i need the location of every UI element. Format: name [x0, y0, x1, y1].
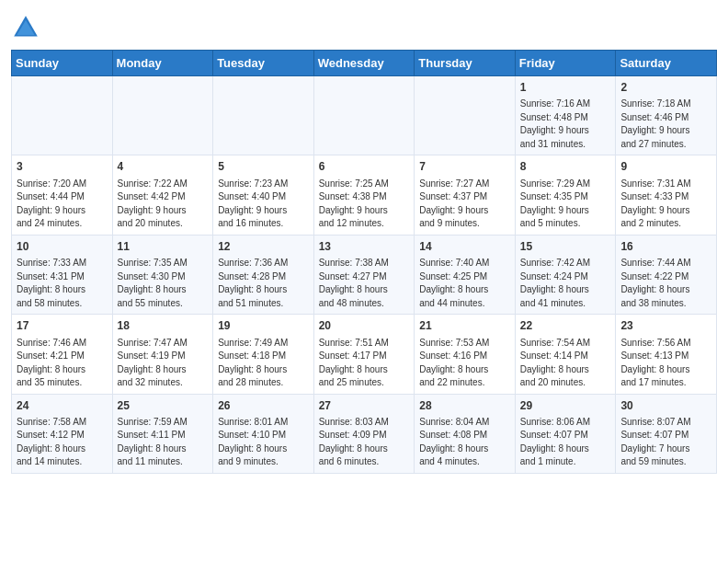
calendar-cell: 14Sunrise: 7:40 AM Sunset: 4:25 PM Dayli…	[415, 235, 516, 314]
day-info: Sunrise: 7:22 AM Sunset: 4:42 PM Dayligh…	[118, 178, 209, 231]
day-info: Sunrise: 8:07 AM Sunset: 4:07 PM Dayligh…	[620, 416, 711, 469]
weekday-header: Wednesday	[313, 51, 415, 76]
day-number: 25	[118, 398, 209, 414]
weekday-header: Sunday	[12, 51, 113, 76]
day-info: Sunrise: 7:20 AM Sunset: 4:44 PM Dayligh…	[17, 178, 108, 231]
day-info: Sunrise: 7:16 AM Sunset: 4:48 PM Dayligh…	[520, 98, 611, 151]
day-info: Sunrise: 8:06 AM Sunset: 4:07 PM Dayligh…	[520, 416, 611, 469]
day-info: Sunrise: 8:01 AM Sunset: 4:10 PM Dayligh…	[218, 416, 309, 469]
calendar-week-row: 10Sunrise: 7:33 AM Sunset: 4:31 PM Dayli…	[12, 235, 717, 314]
logo-icon	[11, 13, 40, 42]
calendar-cell: 28Sunrise: 8:04 AM Sunset: 4:08 PM Dayli…	[415, 394, 516, 473]
day-info: Sunrise: 7:47 AM Sunset: 4:19 PM Dayligh…	[118, 337, 209, 390]
day-info: Sunrise: 7:56 AM Sunset: 4:13 PM Dayligh…	[620, 337, 711, 390]
calendar-cell: 9Sunrise: 7:31 AM Sunset: 4:33 PM Daylig…	[616, 155, 717, 235]
calendar-cell: 17Sunrise: 7:46 AM Sunset: 4:21 PM Dayli…	[12, 315, 113, 394]
day-info: Sunrise: 7:25 AM Sunset: 4:38 PM Dayligh…	[319, 178, 410, 231]
calendar-cell: 16Sunrise: 7:44 AM Sunset: 4:22 PM Dayli…	[616, 235, 717, 314]
day-number: 16	[620, 239, 711, 255]
day-info: Sunrise: 7:59 AM Sunset: 4:11 PM Dayligh…	[118, 416, 209, 469]
day-info: Sunrise: 8:03 AM Sunset: 4:09 PM Dayligh…	[319, 416, 410, 469]
calendar-cell: 22Sunrise: 7:54 AM Sunset: 4:14 PM Dayli…	[515, 315, 616, 394]
calendar-cell: 19Sunrise: 7:49 AM Sunset: 4:18 PM Dayli…	[213, 315, 314, 394]
day-number: 5	[218, 159, 309, 175]
calendar-cell: 7Sunrise: 7:27 AM Sunset: 4:37 PM Daylig…	[415, 155, 516, 235]
calendar-week-row: 3Sunrise: 7:20 AM Sunset: 4:44 PM Daylig…	[12, 155, 717, 235]
day-info: Sunrise: 7:29 AM Sunset: 4:35 PM Dayligh…	[520, 178, 611, 231]
day-number: 3	[17, 159, 108, 175]
calendar-cell	[415, 76, 516, 155]
calendar-cell: 18Sunrise: 7:47 AM Sunset: 4:19 PM Dayli…	[112, 315, 213, 394]
page-header	[11, 9, 717, 42]
day-info: Sunrise: 7:31 AM Sunset: 4:33 PM Dayligh…	[620, 178, 711, 231]
day-number: 1	[520, 80, 611, 96]
calendar-cell	[213, 76, 314, 155]
weekday-header: Tuesday	[213, 51, 314, 76]
day-number: 20	[319, 318, 410, 334]
day-number: 11	[118, 239, 209, 255]
day-info: Sunrise: 7:46 AM Sunset: 4:21 PM Dayligh…	[17, 337, 108, 390]
calendar-cell: 5Sunrise: 7:23 AM Sunset: 4:40 PM Daylig…	[213, 155, 314, 235]
calendar-cell	[112, 76, 213, 155]
logo	[11, 13, 44, 42]
calendar-week-row: 1Sunrise: 7:16 AM Sunset: 4:48 PM Daylig…	[12, 76, 717, 155]
calendar-cell: 24Sunrise: 7:58 AM Sunset: 4:12 PM Dayli…	[12, 394, 113, 473]
day-number: 27	[319, 398, 410, 414]
day-info: Sunrise: 7:27 AM Sunset: 4:37 PM Dayligh…	[419, 178, 510, 231]
day-info: Sunrise: 7:53 AM Sunset: 4:16 PM Dayligh…	[419, 337, 510, 390]
day-number: 28	[419, 398, 510, 414]
page-container: SundayMondayTuesdayWednesdayThursdayFrid…	[0, 0, 728, 483]
day-number: 13	[319, 239, 410, 255]
day-info: Sunrise: 7:42 AM Sunset: 4:24 PM Dayligh…	[520, 257, 611, 310]
calendar-table: SundayMondayTuesdayWednesdayThursdayFrid…	[11, 50, 717, 474]
weekday-header: Friday	[515, 51, 616, 76]
calendar-header: SundayMondayTuesdayWednesdayThursdayFrid…	[12, 51, 717, 76]
day-info: Sunrise: 7:38 AM Sunset: 4:27 PM Dayligh…	[319, 257, 410, 310]
day-number: 6	[319, 159, 410, 175]
calendar-cell: 25Sunrise: 7:59 AM Sunset: 4:11 PM Dayli…	[112, 394, 213, 473]
calendar-cell: 10Sunrise: 7:33 AM Sunset: 4:31 PM Dayli…	[12, 235, 113, 314]
day-number: 17	[17, 318, 108, 334]
day-number: 24	[17, 398, 108, 414]
day-number: 29	[520, 398, 611, 414]
calendar-cell	[12, 76, 113, 155]
calendar-body: 1Sunrise: 7:16 AM Sunset: 4:48 PM Daylig…	[12, 76, 717, 474]
calendar-cell: 4Sunrise: 7:22 AM Sunset: 4:42 PM Daylig…	[112, 155, 213, 235]
day-number: 23	[620, 318, 711, 334]
weekday-header: Monday	[112, 51, 213, 76]
calendar-cell: 3Sunrise: 7:20 AM Sunset: 4:44 PM Daylig…	[12, 155, 113, 235]
day-number: 18	[118, 318, 209, 334]
calendar-cell: 29Sunrise: 8:06 AM Sunset: 4:07 PM Dayli…	[515, 394, 616, 473]
calendar-cell: 2Sunrise: 7:18 AM Sunset: 4:46 PM Daylig…	[616, 76, 717, 155]
day-number: 21	[419, 318, 510, 334]
day-info: Sunrise: 7:51 AM Sunset: 4:17 PM Dayligh…	[319, 337, 410, 390]
day-info: Sunrise: 7:44 AM Sunset: 4:22 PM Dayligh…	[620, 257, 711, 310]
calendar-cell: 11Sunrise: 7:35 AM Sunset: 4:30 PM Dayli…	[112, 235, 213, 314]
calendar-cell: 8Sunrise: 7:29 AM Sunset: 4:35 PM Daylig…	[515, 155, 616, 235]
day-info: Sunrise: 7:35 AM Sunset: 4:30 PM Dayligh…	[118, 257, 209, 310]
day-number: 22	[520, 318, 611, 334]
day-number: 2	[620, 80, 711, 96]
day-info: Sunrise: 7:54 AM Sunset: 4:14 PM Dayligh…	[520, 337, 611, 390]
calendar-cell: 1Sunrise: 7:16 AM Sunset: 4:48 PM Daylig…	[515, 76, 616, 155]
day-info: Sunrise: 7:23 AM Sunset: 4:40 PM Dayligh…	[218, 178, 309, 231]
weekday-header: Thursday	[415, 51, 516, 76]
day-number: 10	[17, 239, 108, 255]
day-info: Sunrise: 7:49 AM Sunset: 4:18 PM Dayligh…	[218, 337, 309, 390]
calendar-cell: 6Sunrise: 7:25 AM Sunset: 4:38 PM Daylig…	[313, 155, 415, 235]
calendar-cell: 20Sunrise: 7:51 AM Sunset: 4:17 PM Dayli…	[313, 315, 415, 394]
day-info: Sunrise: 8:04 AM Sunset: 4:08 PM Dayligh…	[419, 416, 510, 469]
day-number: 26	[218, 398, 309, 414]
calendar-week-row: 17Sunrise: 7:46 AM Sunset: 4:21 PM Dayli…	[12, 315, 717, 394]
calendar-cell: 23Sunrise: 7:56 AM Sunset: 4:13 PM Dayli…	[616, 315, 717, 394]
day-info: Sunrise: 7:18 AM Sunset: 4:46 PM Dayligh…	[620, 98, 711, 151]
day-info: Sunrise: 7:40 AM Sunset: 4:25 PM Dayligh…	[419, 257, 510, 310]
calendar-week-row: 24Sunrise: 7:58 AM Sunset: 4:12 PM Dayli…	[12, 394, 717, 473]
calendar-cell: 30Sunrise: 8:07 AM Sunset: 4:07 PM Dayli…	[616, 394, 717, 473]
calendar-cell: 27Sunrise: 8:03 AM Sunset: 4:09 PM Dayli…	[313, 394, 415, 473]
calendar-cell: 15Sunrise: 7:42 AM Sunset: 4:24 PM Dayli…	[515, 235, 616, 314]
calendar-cell	[313, 76, 415, 155]
calendar-cell: 21Sunrise: 7:53 AM Sunset: 4:16 PM Dayli…	[415, 315, 516, 394]
weekday-header: Saturday	[616, 51, 717, 76]
calendar-cell: 26Sunrise: 8:01 AM Sunset: 4:10 PM Dayli…	[213, 394, 314, 473]
